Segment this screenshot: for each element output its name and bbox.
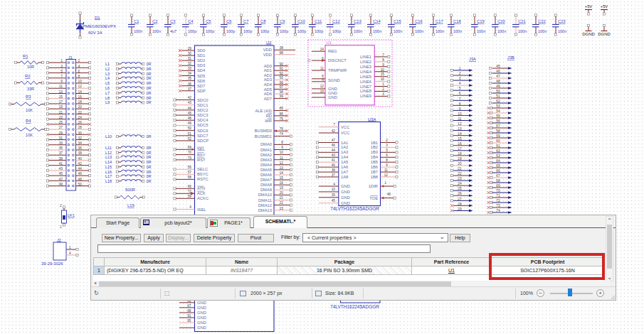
svg-text:+5V: +5V — [585, 4, 593, 9]
svg-text:L19: L19 — [127, 203, 134, 208]
svg-text:0R: 0R — [147, 151, 152, 155]
svg-text:42: 42 — [188, 96, 192, 99]
svg-text:0R: 0R — [147, 67, 152, 71]
svg-text:21: 21 — [59, 111, 63, 114]
svg-text:5: 5 — [386, 149, 388, 152]
svg-text:4u7: 4u7 — [170, 29, 176, 33]
svg-text:SDC3: SDC3 — [197, 113, 208, 117]
svg-text:SDP: SDP — [197, 89, 206, 93]
svg-text:30: 30 — [188, 52, 192, 55]
svg-text:100n: 100n — [477, 29, 485, 33]
svg-text:11: 11 — [458, 117, 462, 121]
svg-text:16: 16 — [381, 77, 385, 81]
svg-text:DMA1: DMA1 — [260, 148, 272, 152]
svg-text:LINE1: LINE1 — [360, 55, 371, 59]
svg-text:C5: C5 — [206, 19, 211, 23]
svg-text:0R: 0R — [147, 81, 152, 85]
svg-text:55: 55 — [496, 114, 500, 118]
svg-text:22: 22 — [78, 111, 83, 114]
svg-text:RST: RST — [197, 158, 206, 162]
svg-text:1B3: 1B3 — [371, 150, 378, 154]
svg-text:2: 2 — [382, 87, 384, 91]
svg-text:10: 10 — [78, 80, 83, 83]
svg-text:GND: GND — [328, 95, 337, 99]
svg-text:SGND: SGND — [328, 78, 340, 82]
svg-text:74: 74 — [496, 209, 500, 212]
svg-text:ACKC: ACKC — [197, 196, 208, 200]
svg-text:C16: C16 — [415, 19, 423, 23]
svg-text:10: 10 — [381, 68, 385, 72]
svg-text:1: 1 — [459, 67, 461, 70]
svg-text:AD7: AD7 — [264, 97, 272, 101]
svg-text:1: 1 — [384, 181, 386, 185]
svg-text:98: 98 — [280, 90, 284, 94]
svg-text:DGND: DGND — [582, 32, 595, 36]
svg-text:28: 28 — [458, 203, 462, 206]
svg-text:1: 1 — [69, 246, 71, 249]
svg-text:3: 3 — [60, 65, 63, 68]
svg-text:100n: 100n — [415, 29, 423, 33]
svg-text:37: 37 — [188, 87, 192, 91]
svg-text:0R: 0R — [147, 100, 152, 104]
svg-text:LINE8: LINE8 — [360, 89, 371, 93]
svg-text:C22: C22 — [538, 19, 546, 23]
svg-text:SD6: SD6 — [197, 79, 205, 83]
svg-text:SDC7: SDC7 — [197, 134, 208, 138]
svg-text:J3B: J3B — [507, 55, 514, 60]
svg-text:1: 1 — [60, 225, 62, 229]
svg-text:TRMPWR: TRMPWR — [328, 68, 347, 72]
svg-text:88: 88 — [280, 51, 284, 55]
svg-text:C17: C17 — [436, 19, 443, 23]
svg-text:J2: J2 — [57, 238, 61, 242]
svg-text:AD2: AD2 — [264, 73, 272, 77]
svg-text:1A6: 1A6 — [341, 165, 348, 169]
svg-text:93: 93 — [280, 76, 284, 80]
svg-text:45: 45 — [59, 172, 63, 176]
svg-text:86: 86 — [280, 112, 284, 116]
svg-text:69: 69 — [496, 184, 500, 188]
svg-text:36: 36 — [78, 146, 83, 150]
svg-text:REG: REG — [328, 49, 337, 53]
svg-text:L9: L9 — [105, 100, 110, 104]
svg-text:17: 17 — [458, 147, 462, 151]
svg-text:U1: U1 — [327, 41, 332, 45]
svg-text:97: 97 — [280, 85, 284, 89]
svg-text:LINE7: LINE7 — [360, 85, 371, 89]
svg-text:1B4: 1B4 — [371, 155, 379, 159]
svg-text:43: 43 — [188, 101, 192, 104]
svg-text:25: 25 — [59, 121, 63, 124]
svg-text:0R: 0R — [147, 96, 152, 100]
svg-text:C2: C2 — [152, 19, 157, 23]
svg-text:19: 19 — [458, 157, 462, 161]
svg-text:GND: GND — [197, 325, 206, 330]
svg-text:4: 4 — [78, 65, 80, 68]
svg-text:13: 13 — [320, 90, 324, 93]
svg-text:L18: L18 — [105, 179, 112, 183]
svg-text:LINE6: LINE6 — [360, 80, 371, 84]
svg-text:1B5: 1B5 — [371, 160, 378, 164]
svg-text:41: 41 — [59, 162, 63, 166]
svg-text:60: 60 — [496, 139, 500, 143]
svg-text:100n: 100n — [436, 29, 444, 33]
svg-text:32: 32 — [78, 136, 83, 140]
svg-text:C8: C8 — [260, 19, 265, 23]
svg-text:SDC6: SDC6 — [197, 129, 208, 133]
svg-text:DMA7: DMA7 — [260, 178, 272, 182]
svg-text:60V 3A: 60V 3A — [88, 31, 102, 35]
svg-text:0R: 0R — [147, 91, 152, 95]
svg-text:13: 13 — [280, 166, 284, 170]
svg-text:C13: C13 — [354, 19, 361, 23]
svg-text:10K: 10K — [26, 133, 33, 137]
svg-text:D1: D1 — [95, 16, 100, 20]
svg-text:73: 73 — [496, 204, 500, 208]
svg-text:DMA9: DMA9 — [260, 188, 272, 192]
svg-text:L1: L1 — [105, 62, 110, 66]
svg-text:R2: R2 — [25, 74, 30, 78]
svg-text:C10: C10 — [297, 19, 305, 23]
svg-text:2: 2 — [459, 72, 461, 75]
svg-text:BUSMD1: BUSMD1 — [255, 134, 272, 139]
svg-text:49: 49 — [496, 85, 500, 88]
svg-text:DISCNCT: DISCNCT — [328, 58, 347, 63]
svg-text:100p: 100p — [243, 29, 252, 33]
svg-text:29: 29 — [59, 131, 63, 135]
